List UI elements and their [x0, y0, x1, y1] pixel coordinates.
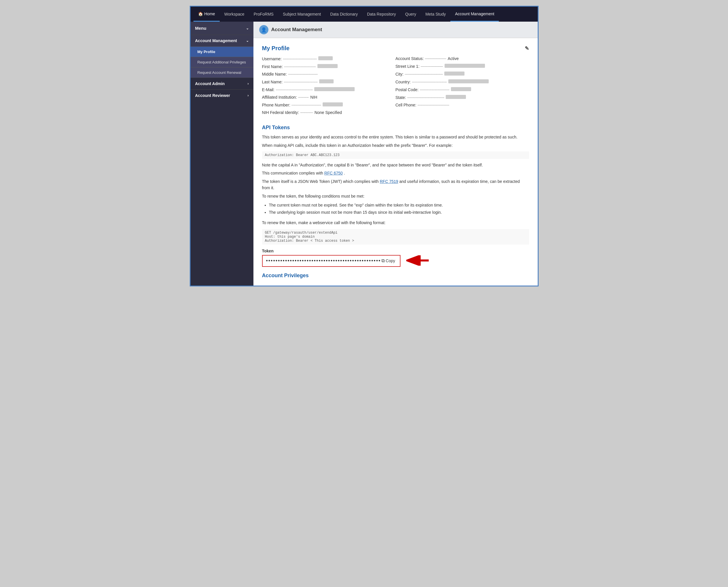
- chevron-down-icon-account: ⌄: [246, 39, 249, 43]
- token-row: ••••••••••••••••••••••••••••••••••••••••…: [262, 255, 529, 267]
- nav-meta-study-label: Meta Study: [425, 12, 446, 17]
- page-header-icon: 👤: [259, 25, 268, 34]
- my-profile-title: My Profile: [262, 45, 290, 52]
- main-content: 👤 Account Management My Profile ✎ Userna…: [253, 22, 538, 286]
- sidebar-section-account-reviewer-header[interactable]: Account Reviewer ›: [191, 90, 253, 101]
- sidebar: Menu ⌄ Account Management ⌄ My Profile R…: [191, 22, 253, 286]
- field-cell-phone: Cell Phone: ----------------------------…: [395, 103, 523, 107]
- sidebar-section-account-management-header[interactable]: Account Management ⌄: [191, 35, 253, 46]
- nav-subject-management[interactable]: Subject Management: [278, 7, 325, 22]
- sidebar-menu-header[interactable]: Menu ⌄: [191, 22, 253, 34]
- nav-query-label: Query: [405, 12, 416, 17]
- bullet-1: The current token must not be expired. S…: [269, 202, 529, 209]
- red-arrow-icon: [406, 255, 429, 266]
- rfc6750-link[interactable]: RFC 6750: [324, 171, 343, 175]
- copy-token-button[interactable]: ⧉ Copy: [380, 258, 396, 263]
- copy-label: Copy: [386, 258, 395, 263]
- content-area: Menu ⌄ Account Management ⌄ My Profile R…: [191, 22, 538, 286]
- nav-data-repository-label: Data Repository: [367, 12, 396, 17]
- sidebar-item-request-additional-privileges-label: Request Additional Privileges: [197, 60, 246, 64]
- field-email: E-Mail: --------------------------------…: [262, 87, 390, 92]
- outer-frame: 🏠 Home Workspace ProFoRMS Subject Manage…: [190, 6, 539, 286]
- nav-account-management-label: Account Management: [455, 11, 494, 16]
- api-renew-code: GET /gateway/rasauth/user/extendApi Host…: [262, 229, 529, 244]
- home-icon: 🏠: [198, 11, 203, 16]
- state-value: [446, 95, 466, 99]
- api-note-3: The token itself is a JSON Web Token (JW…: [262, 178, 529, 191]
- nav-data-dictionary[interactable]: Data Dictionary: [325, 7, 362, 22]
- user-icon: 👤: [261, 27, 267, 32]
- sidebar-item-my-profile-label: My Profile: [197, 50, 215, 54]
- field-nih-federal-identity: NIH Federal Identity: ------------ None …: [262, 110, 390, 115]
- page-header-title: Account Management: [271, 27, 322, 32]
- username-value: [318, 56, 333, 60]
- profile-col-left: Username: ------------------------------…: [262, 56, 395, 118]
- api-note-2: This communication complies with RFC 675…: [262, 170, 529, 176]
- field-firstname: First Name: ----------------------------…: [262, 64, 390, 69]
- field-phone-number: Phone Number: --------------------------…: [262, 102, 390, 107]
- sidebar-item-request-additional-privileges[interactable]: Request Additional Privileges: [191, 57, 253, 67]
- field-postal-code: Postal Code: ---------------------------…: [395, 87, 523, 92]
- sidebar-item-my-profile[interactable]: My Profile: [191, 46, 253, 57]
- field-city: City: ----------------------------------…: [395, 72, 523, 76]
- street1-value: [444, 64, 485, 68]
- nav-query[interactable]: Query: [401, 7, 421, 22]
- nav-home-label: Home: [204, 11, 215, 16]
- api-code-example-text: Authorization: Bearer ABC.ABC123.123: [265, 153, 340, 157]
- api-desc-2: When making API calls, include this toke…: [262, 142, 529, 148]
- sidebar-section-account-management: Account Management ⌄ My Profile Request …: [191, 34, 253, 77]
- top-navigation: 🏠 Home Workspace ProFoRMS Subject Manage…: [191, 7, 538, 22]
- nav-account-management[interactable]: Account Management: [450, 7, 499, 22]
- profile-col-right: Account Status: -------------------- Act…: [395, 56, 529, 118]
- api-tokens-title: API Tokens: [262, 125, 290, 131]
- chevron-down-icon: ⌄: [246, 26, 249, 30]
- firstname-value: [317, 64, 338, 68]
- field-street-line1: Street Line 1: ---------------------: [395, 64, 523, 69]
- api-tokens-section-title: API Tokens: [262, 125, 529, 131]
- nav-proforms-label: ProFoRMS: [254, 12, 274, 17]
- token-field-wrapper: ••••••••••••••••••••••••••••••••••••••••…: [262, 255, 401, 267]
- account-privileges-section-title: Account Privileges: [262, 273, 529, 279]
- edit-icon[interactable]: ✎: [525, 45, 529, 52]
- nav-workspace[interactable]: Workspace: [220, 7, 249, 22]
- api-code-example: Authorization: Bearer ABC.ABC123.123: [262, 151, 529, 159]
- field-account-status: Account Status: -------------------- Act…: [395, 56, 523, 61]
- nav-data-dictionary-label: Data Dictionary: [330, 12, 358, 17]
- sidebar-item-request-account-renewal-label: Request Account Renewal: [197, 70, 241, 75]
- email-value: [314, 87, 355, 91]
- copy-icon: ⧉: [382, 258, 385, 263]
- nav-proforms[interactable]: ProFoRMS: [249, 7, 278, 22]
- api-bullets: The current token must not be expired. S…: [269, 202, 529, 216]
- api-note-4: To renew the token, the following condit…: [262, 193, 529, 199]
- api-note-1: Note the capital A in "Authorization", t…: [262, 162, 529, 168]
- city-value: [444, 72, 464, 76]
- sidebar-item-request-account-renewal[interactable]: Request Account Renewal: [191, 67, 253, 77]
- field-middlename: Middle Name: ---------------------------…: [262, 72, 390, 76]
- nav-home[interactable]: 🏠 Home: [193, 7, 220, 22]
- phone-value: [323, 102, 343, 107]
- sidebar-section-account-admin-label: Account Admin: [195, 81, 225, 86]
- field-state: State: ---------------------------------…: [395, 95, 523, 100]
- sidebar-section-account-reviewer: Account Reviewer ›: [191, 89, 253, 101]
- chevron-right-icon-reviewer: ›: [248, 93, 249, 97]
- rfc7519-link[interactable]: RFC 7519: [380, 179, 398, 184]
- sidebar-section-account-admin-header[interactable]: Account Admin ›: [191, 78, 253, 89]
- country-value: [448, 79, 489, 84]
- sidebar-menu-label: Menu: [195, 26, 207, 30]
- postal-code-value: [451, 87, 471, 91]
- nav-meta-study[interactable]: Meta Study: [421, 7, 450, 22]
- field-username: Username: ------------------------------…: [262, 56, 390, 61]
- field-lastname: Last Name: -----------------------------…: [262, 79, 390, 84]
- nav-data-repository[interactable]: Data Repository: [362, 7, 401, 22]
- bullet-2: The underlying login session must not be…: [269, 209, 529, 216]
- page-header: 👤 Account Management: [253, 22, 538, 38]
- account-privileges-title: Account Privileges: [262, 273, 309, 278]
- api-desc-1: This token serves as your identity and a…: [262, 134, 529, 140]
- token-label: Token: [262, 249, 529, 253]
- sidebar-section-account-admin: Account Admin ›: [191, 77, 253, 89]
- sidebar-section-account-reviewer-label: Account Reviewer: [195, 93, 230, 98]
- field-affiliated-institution: Affiliated Institution: ---------- NIH: [262, 95, 390, 99]
- lastname-value: [319, 79, 334, 84]
- profile-grid: Username: ------------------------------…: [262, 56, 529, 118]
- chevron-right-icon-admin: ›: [248, 81, 249, 86]
